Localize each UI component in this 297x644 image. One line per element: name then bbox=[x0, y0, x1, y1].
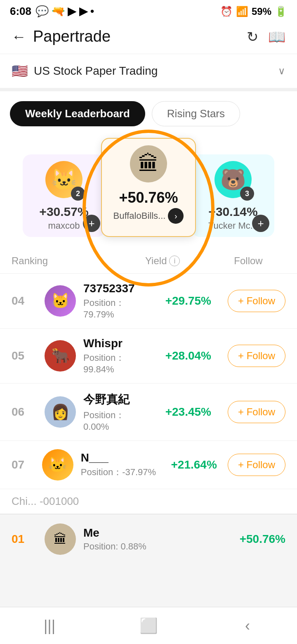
position-06: Position：0.00% bbox=[83, 409, 145, 432]
table-row: 07 🐱 N___ Position：-37.97% +21.64% + Fol… bbox=[0, 441, 297, 489]
username-04: 73752337 bbox=[83, 282, 145, 295]
avatar-05: 🐂 bbox=[45, 340, 76, 372]
alarm-icon: ⏰ bbox=[220, 6, 233, 17]
podium-first[interactable]: 🏛 +50.76% BuffaloBills... › bbox=[101, 138, 196, 237]
username-06: 今野真紀 bbox=[83, 392, 145, 407]
status-icons: 💬 🔫 ▶ ▶ • bbox=[35, 5, 94, 18]
follow-button-07[interactable]: + Follow bbox=[228, 454, 285, 476]
leaderboard: Ranking Yield i Follow 04 🐱 73752337 Pos… bbox=[0, 249, 297, 564]
header: ← Papertrade ↻ 📖 bbox=[0, 21, 297, 54]
my-position-bar: 01 🏛 Me Position: 0.88% +50.76% bbox=[0, 514, 297, 564]
table-row: 06 👩 今野真紀 Position：0.00% +23.45% + Follo… bbox=[0, 384, 297, 441]
card-section: Weekly Leaderboard Rising Stars 🐱 2 +30.… bbox=[0, 91, 297, 249]
market-name: US Stock Paper Trading bbox=[34, 64, 158, 78]
table-row: 04 🐱 73752337 Position：79.79% +29.75% + … bbox=[0, 274, 297, 329]
book-icon[interactable]: 📖 bbox=[268, 28, 285, 45]
status-time: 6:08 bbox=[10, 5, 31, 18]
first-username: BuffaloBills... › bbox=[113, 208, 184, 224]
tab-rising[interactable]: Rising Stars bbox=[152, 101, 240, 126]
first-avatar-container: 🏛 bbox=[130, 145, 167, 182]
table-row: 05 🐂 Whispr Position：99.84% +28.04% + Fo… bbox=[0, 329, 297, 384]
leaderboard-header: Ranking Yield i Follow bbox=[0, 249, 297, 274]
nav-back-icon[interactable]: ‹ bbox=[231, 613, 264, 638]
row-user-05: 🐂 Whispr Position：99.84% bbox=[45, 337, 145, 375]
yield-05: +28.04% bbox=[145, 349, 211, 362]
back-button[interactable]: ← bbox=[12, 28, 26, 45]
user-info-06: 今野真紀 Position：0.00% bbox=[83, 392, 145, 432]
row-rank-07: 07 bbox=[12, 458, 42, 471]
follow-06: + Follow bbox=[211, 401, 285, 423]
my-yield: +50.76% bbox=[240, 533, 285, 546]
my-position-label: Position: 0.88% bbox=[83, 541, 146, 552]
second-add-button[interactable]: + bbox=[83, 215, 100, 232]
status-left: 6:08 💬 🔫 ▶ ▶ • bbox=[10, 5, 94, 18]
col-ranking-label: Ranking bbox=[12, 255, 45, 267]
chevron-down-icon: ∨ bbox=[278, 65, 285, 77]
avatar-04: 🐱 bbox=[45, 285, 76, 317]
third-username: Tucker Mc... bbox=[208, 220, 258, 231]
username-05: Whispr bbox=[83, 337, 145, 350]
my-username: Me bbox=[83, 526, 146, 540]
tab-weekly[interactable]: Weekly Leaderboard bbox=[10, 101, 145, 126]
position-05: Position：99.84% bbox=[83, 352, 145, 375]
header-icons: ↻ 📖 bbox=[247, 28, 285, 45]
my-user-info: Me Position: 0.88% bbox=[83, 526, 146, 552]
podium: 🐱 2 +30.57% maxcob + 🏛 +50.76% BuffaloBi… bbox=[0, 138, 297, 249]
username-07: N___ bbox=[81, 451, 156, 464]
third-avatar-emoji: 🐻 bbox=[220, 168, 246, 192]
user-info-04: 73752337 Position：79.79% bbox=[83, 282, 145, 320]
my-user: 🏛 Me Position: 0.88% bbox=[45, 523, 240, 555]
yield-04: +29.75% bbox=[145, 294, 211, 308]
user-info-07: N___ Position：-37.97% bbox=[81, 451, 156, 478]
second-rank-badge: 2 bbox=[71, 187, 85, 201]
row-user-06: 👩 今野真紀 Position：0.00% bbox=[45, 392, 145, 432]
partial-text: Chi... -001000 bbox=[12, 495, 79, 508]
my-rank: 01 bbox=[12, 533, 45, 546]
position-07: Position：-37.97% bbox=[81, 466, 156, 478]
row-user-07: 🐱 N___ Position：-37.97% bbox=[42, 449, 156, 481]
yield-07: +21.64% bbox=[156, 458, 217, 471]
second-yield: +30.57% bbox=[39, 205, 88, 219]
nav-home-icon[interactable]: ⬜ bbox=[132, 613, 165, 638]
col-user-label bbox=[45, 255, 145, 267]
third-avatar-container: 🐻 3 bbox=[214, 161, 252, 198]
yield-06: +23.45% bbox=[145, 405, 211, 419]
position-04: Position：79.79% bbox=[83, 297, 145, 320]
avatar-06: 👩 bbox=[45, 396, 76, 428]
col-follow-label: Follow bbox=[211, 255, 285, 267]
status-bar: 6:08 💬 🔫 ▶ ▶ • ⏰ 📶 59% 🔋 bbox=[0, 0, 297, 21]
market-selector[interactable]: 🇺🇸 US Stock Paper Trading ∨ bbox=[0, 54, 297, 91]
follow-button-04[interactable]: + Follow bbox=[228, 290, 285, 312]
market-label: 🇺🇸 US Stock Paper Trading bbox=[12, 63, 158, 79]
col-yield-label: Yield i bbox=[145, 255, 211, 267]
first-arrow-button[interactable]: › bbox=[168, 208, 184, 224]
tabs: Weekly Leaderboard Rising Stars bbox=[0, 101, 297, 126]
row-rank-05: 05 bbox=[12, 349, 45, 362]
header-left: ← Papertrade bbox=[12, 28, 111, 45]
nav-bar: ||| ⬜ ‹ bbox=[0, 607, 297, 644]
podium-third[interactable]: 🐻 3 +30.14% Tucker Mc... + bbox=[192, 154, 274, 237]
follow-07: + Follow bbox=[217, 454, 285, 476]
follow-button-05[interactable]: + Follow bbox=[228, 345, 285, 367]
avatar-07: 🐱 bbox=[42, 449, 73, 481]
first-avatar-emoji: 🏛 bbox=[138, 152, 159, 176]
page-title: Papertrade bbox=[33, 28, 111, 45]
first-avatar: 🏛 bbox=[130, 145, 167, 182]
user-info-05: Whispr Position：99.84% bbox=[83, 337, 145, 375]
my-avatar: 🏛 bbox=[45, 523, 76, 555]
nav-menu-icon[interactable]: ||| bbox=[33, 613, 66, 638]
follow-button-06[interactable]: + Follow bbox=[228, 401, 285, 423]
yield-info-icon[interactable]: i bbox=[169, 256, 180, 266]
follow-04: + Follow bbox=[211, 290, 285, 312]
wifi-icon: 📶 bbox=[236, 6, 248, 17]
second-username: maxcob bbox=[48, 220, 80, 231]
status-right: ⏰ 📶 59% 🔋 bbox=[220, 6, 287, 17]
third-yield: +30.14% bbox=[208, 205, 257, 219]
second-avatar-container: 🐱 2 bbox=[45, 161, 82, 198]
third-add-button[interactable]: + bbox=[252, 215, 269, 232]
row-rank-06: 06 bbox=[12, 405, 45, 419]
first-yield: +50.76% bbox=[119, 189, 178, 206]
podium-second[interactable]: 🐱 2 +30.57% maxcob + bbox=[23, 154, 105, 237]
flag-icon: 🇺🇸 bbox=[12, 63, 28, 79]
refresh-icon[interactable]: ↻ bbox=[247, 28, 258, 45]
